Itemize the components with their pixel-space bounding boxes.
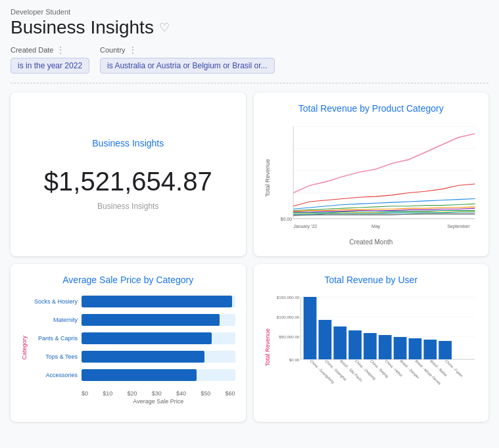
svg-rect-22 <box>318 320 331 359</box>
bar-track <box>82 369 235 381</box>
bar-track <box>82 351 235 363</box>
svg-rect-26 <box>378 335 391 359</box>
line-chart-svg: $0.00 January '22 May September <box>273 119 479 237</box>
country-filter: Country ⋮ is Australia or Austria or Bel… <box>100 45 274 74</box>
svg-text:September: September <box>447 223 470 229</box>
country-chip[interactable]: is Australia or Austria or Belgium or Br… <box>100 58 274 74</box>
favorite-icon[interactable]: ♡ <box>159 20 170 35</box>
big-number-card: Business Insights $1,521,654.87 Business… <box>11 93 246 256</box>
created-date-menu[interactable]: ⋮ <box>56 45 65 55</box>
created-date-chip[interactable]: is in the year 2022 <box>11 58 89 74</box>
big-number-subtitle: Business Insights <box>97 202 158 211</box>
svg-rect-27 <box>393 337 406 359</box>
v-bar-chart-svg: $150,000.00 $100,000.00 $50,000.00 $0.00 <box>273 290 479 402</box>
filters-row: Created Date ⋮ is in the year 2022 Count… <box>11 45 488 74</box>
v-bar-chart-card: Total Revenue by User Total Revenue $150… <box>254 264 489 422</box>
h-bar-chart-card: Average Sale Price by Category Category … <box>11 264 246 422</box>
country-menu[interactable]: ⋮ <box>128 45 137 55</box>
v-bar-chart-wrap: Total Revenue $150,000.00 $100,000.00 $5… <box>264 290 479 405</box>
big-number-value: $1,521,654.87 <box>44 167 212 196</box>
list-item: Socks & Hosiery <box>30 296 235 307</box>
svg-text:$0.00: $0.00 <box>280 216 292 222</box>
page-title: Business Insights <box>11 17 154 38</box>
created-date-label: Created Date <box>11 46 53 54</box>
svg-text:Brasil - Minas Gerais: Brasil - Minas Gerais <box>414 359 442 386</box>
h-bar-x-label: Average Sale Price <box>82 398 235 405</box>
bar-fill <box>82 369 197 381</box>
list-item: Maternity <box>30 314 235 326</box>
h-bar-chart-title: Average Sale Price by Category <box>21 275 235 285</box>
h-bar-x-axis: $0 $10 $20 $30 $40 $50 $60 <box>82 390 235 397</box>
svg-rect-30 <box>439 341 452 359</box>
line-chart-x-label: Created Month <box>264 238 479 246</box>
bar-fill <box>82 314 220 326</box>
line-chart-card: Total Revenue by Product Category Total … <box>254 93 489 256</box>
svg-text:$100,000.00: $100,000.00 <box>276 315 299 319</box>
bar-track <box>82 332 235 344</box>
country-label: Country <box>100 46 126 54</box>
svg-rect-25 <box>364 333 377 359</box>
bar-fill <box>82 296 232 307</box>
bar-track <box>82 296 235 307</box>
svg-text:May: May <box>371 223 381 229</box>
section-divider <box>11 83 488 83</box>
svg-text:$0.00: $0.00 <box>289 357 299 362</box>
list-item: Accessories <box>30 369 235 381</box>
category-label: Maternity <box>30 317 78 323</box>
svg-rect-24 <box>348 330 362 359</box>
line-chart-title: Total Revenue by Product Category <box>264 103 479 114</box>
h-bar-y-label: Category <box>21 336 28 360</box>
v-bar-y-label: Total Revenue <box>264 328 271 367</box>
developer-label: Developer Student <box>11 8 488 16</box>
big-number-title: Business Insights <box>92 138 164 148</box>
category-label: Tops & Tees <box>30 353 78 360</box>
category-label: Accessories <box>30 372 78 378</box>
list-item: Tops & Tees <box>30 351 235 363</box>
bar-fill <box>82 351 204 363</box>
svg-rect-23 <box>333 326 346 359</box>
category-label: Socks & Hosiery <box>30 298 78 305</box>
svg-rect-21 <box>303 297 316 359</box>
created-date-filter: Created Date ⋮ is in the year 2022 <box>11 45 89 74</box>
svg-rect-28 <box>408 338 421 359</box>
v-bar-chart-title: Total Revenue by User <box>264 275 479 285</box>
svg-rect-29 <box>423 340 437 359</box>
charts-grid: Business Insights $1,521,654.87 Business… <box>11 93 488 422</box>
list-item: Pants & Capris <box>30 332 235 344</box>
bar-fill <box>82 332 212 344</box>
h-bar-chart: Socks & Hosiery Maternity Pants & Capris <box>30 296 235 388</box>
bar-track <box>82 314 235 326</box>
svg-text:$150,000.00: $150,000.00 <box>276 295 299 300</box>
line-chart-y-label: Total Revenue <box>264 159 271 197</box>
svg-text:$50,000.00: $50,000.00 <box>279 334 300 339</box>
category-label: Pants & Capris <box>30 335 78 342</box>
svg-text:January '22: January '22 <box>293 223 317 229</box>
